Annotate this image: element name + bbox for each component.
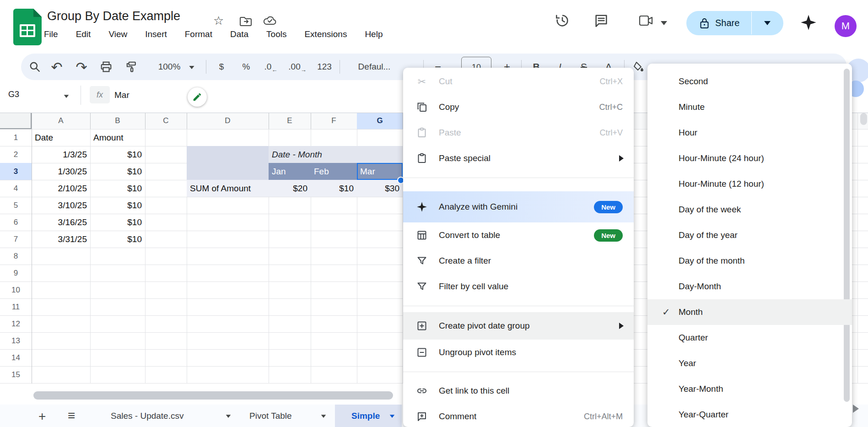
menubar-item-tools[interactable]: Tools: [266, 29, 286, 39]
pivot-month-cell-Jan[interactable]: Jan: [269, 163, 311, 180]
row-header-14[interactable]: 14: [0, 349, 32, 367]
row-header-4[interactable]: 4: [0, 180, 32, 197]
menu-item-cut[interactable]: ✂CutCtrl+X: [403, 69, 634, 94]
submenu-item-day-month[interactable]: Day-Month: [647, 274, 852, 299]
menu-item-convert-table[interactable]: Convert to tableNew: [403, 222, 634, 248]
menu-item-copy[interactable]: CopyCtrl+C: [403, 94, 634, 120]
zoom-caret[interactable]: [189, 66, 194, 69]
undo-icon[interactable]: ↶: [45, 54, 69, 80]
tab-scroll-right-icon[interactable]: [853, 405, 859, 413]
formula-input[interactable]: Mar: [114, 90, 129, 100]
row-header-7[interactable]: 7: [0, 231, 32, 248]
column-header-C[interactable]: C: [145, 113, 187, 129]
column-header-F[interactable]: F: [311, 113, 357, 129]
redo-icon[interactable]: ↷: [70, 54, 93, 80]
row-header-12[interactable]: 12: [0, 315, 32, 333]
submenu-item-year-month[interactable]: Year-Month: [647, 376, 852, 402]
cell-B4[interactable]: $10: [90, 180, 145, 197]
column-header-B[interactable]: B: [90, 113, 146, 129]
menu-item-paste-special[interactable]: Paste special: [403, 146, 634, 171]
format-currency-button[interactable]: $: [210, 54, 233, 80]
more-formats-button[interactable]: 123: [312, 54, 337, 80]
menu-item-filter-cell-value[interactable]: Filter by cell value: [403, 274, 634, 299]
menu-item-ungroup-pivot-items[interactable]: Ungroup pivot items: [403, 340, 634, 365]
row-header-8[interactable]: 8: [0, 248, 32, 265]
sheet-tab-caret[interactable]: [226, 415, 231, 418]
cell-A7[interactable]: 3/31/25: [32, 231, 90, 248]
increase-decimal-button[interactable]: .00→: [285, 54, 310, 80]
select-all-corner[interactable]: [0, 113, 32, 129]
decrease-decimal-button[interactable]: .0←: [259, 54, 283, 80]
name-box-caret[interactable]: [64, 95, 69, 98]
submenu-item-month[interactable]: ✓Month: [647, 299, 852, 325]
row-header-1[interactable]: 1: [0, 129, 32, 146]
sheet-tab-caret[interactable]: [390, 415, 395, 418]
row-header-9[interactable]: 9: [0, 265, 32, 282]
cell-A1[interactable]: Date: [32, 129, 90, 146]
menu-item-create-filter[interactable]: Create a filter: [403, 248, 634, 274]
pivot-sum-label-cell[interactable]: SUM of Amount: [187, 180, 269, 197]
share-dropdown-caret[interactable]: [764, 21, 771, 25]
paint-format-icon[interactable]: [119, 54, 143, 80]
search-icon[interactable]: [21, 54, 49, 80]
row-header-5[interactable]: 5: [0, 197, 32, 214]
pivot-month-cell-Feb[interactable]: Feb: [311, 163, 357, 180]
cell-B2[interactable]: $10: [90, 146, 145, 163]
row-header-6[interactable]: 6: [0, 214, 32, 231]
row-header-3[interactable]: 3: [0, 163, 32, 180]
submenu-item-hour[interactable]: Hour: [647, 120, 852, 146]
add-sheet-button[interactable]: +: [38, 409, 46, 424]
row-header-10[interactable]: 10: [0, 281, 32, 299]
cell-A3[interactable]: 1/30/25: [32, 163, 90, 180]
submenu-item-hour-minute-24-hour-[interactable]: Hour-Minute (24 hour): [647, 146, 852, 171]
font-select[interactable]: Defaul...: [347, 54, 402, 80]
submenu-item-second[interactable]: Second: [647, 69, 852, 94]
horizontal-scrollbar-thumb[interactable]: [33, 391, 393, 400]
print-icon[interactable]: [94, 54, 118, 80]
cell-B7[interactable]: $10: [90, 231, 145, 248]
menu-item-paste[interactable]: PasteCtrl+V: [403, 120, 634, 146]
avatar[interactable]: M: [835, 15, 857, 37]
star-icon[interactable]: ☆: [213, 15, 224, 27]
menu-item-analyze-gemini[interactable]: Analyze with GeminiNew: [403, 191, 634, 222]
row-header-13[interactable]: 13: [0, 332, 32, 350]
menubar-item-file[interactable]: File: [44, 29, 58, 39]
pivot-sum-value-cell-1[interactable]: $10: [311, 180, 357, 197]
menu-item-create-pivot-date-group[interactable]: Create pivot date group: [403, 312, 634, 340]
sheets-logo-icon[interactable]: [13, 9, 42, 45]
version-history-icon[interactable]: [555, 13, 570, 28]
meet-camera-icon[interactable]: [639, 15, 653, 27]
vertical-scrollbar-thumb[interactable]: [860, 113, 867, 125]
cloud-saved-icon[interactable]: [264, 16, 276, 26]
cell-B5[interactable]: $10: [90, 197, 145, 214]
all-sheets-icon[interactable]: ≡: [68, 408, 75, 423]
pivot-group-label-cell[interactable]: Date - Month: [269, 146, 360, 163]
menubar-item-insert[interactable]: Insert: [145, 29, 167, 39]
pivot-sum-value-cell-0[interactable]: $20: [269, 180, 311, 197]
row-header-15[interactable]: 15: [0, 366, 32, 384]
move-folder-icon[interactable]: [240, 16, 252, 27]
submenu-item-day-of-the-week[interactable]: Day of the week: [647, 197, 852, 222]
camera-dropdown-caret[interactable]: [661, 21, 667, 25]
sheet-tab-caret[interactable]: [321, 415, 326, 418]
column-header-G[interactable]: G: [357, 113, 403, 129]
menubar-item-help[interactable]: Help: [365, 29, 383, 39]
row-header-11[interactable]: 11: [0, 298, 32, 316]
format-percent-button[interactable]: %: [234, 54, 258, 80]
zoom-select[interactable]: 100%: [153, 54, 186, 80]
menubar-item-format[interactable]: Format: [185, 29, 212, 39]
menubar-item-view[interactable]: View: [108, 29, 127, 39]
sheet-tab-pivot-table[interactable]: Pivot Table: [249, 405, 292, 427]
submenu-item-hour-minute-12-hour-[interactable]: Hour-Minute (12 hour): [647, 171, 852, 197]
cell-A2[interactable]: 1/3/25: [32, 146, 90, 163]
submenu-item-minute[interactable]: Minute: [647, 94, 852, 120]
menubar-item-data[interactable]: Data: [230, 29, 248, 39]
pivot-sum-value-cell-2[interactable]: $30: [357, 180, 403, 197]
edit-pivot-pencil-button[interactable]: [188, 87, 207, 107]
submenu-item-year[interactable]: Year: [647, 351, 852, 376]
menu-item-comment[interactable]: CommentCtrl+Alt+M: [403, 404, 634, 427]
cell-A4[interactable]: 2/10/25: [32, 180, 90, 197]
cell-B3[interactable]: $10: [90, 163, 145, 180]
name-box[interactable]: G3: [8, 90, 19, 99]
column-header-D[interactable]: D: [187, 113, 269, 129]
